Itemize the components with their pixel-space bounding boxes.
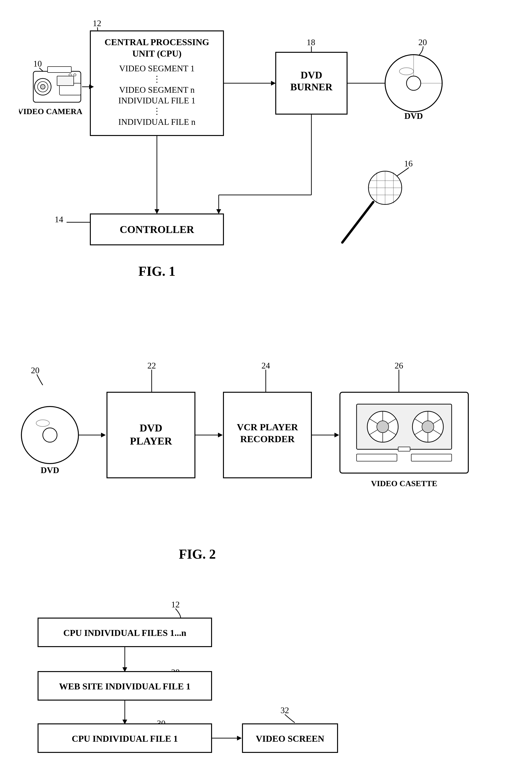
cpu-file-1-text: CPU INDIVIDUAL FILE 1 <box>72 734 178 744</box>
dvd-text-2: BURNER <box>290 82 332 93</box>
dvd-label-fig2: DVD <box>41 465 59 475</box>
cassette-reel-right-inner <box>422 421 434 433</box>
cpu-text-dot2: ⋮ <box>153 107 161 116</box>
cassette-label1 <box>356 454 397 461</box>
ref-14: 14 <box>55 215 63 224</box>
arrow-vcr-cassette <box>334 433 339 437</box>
cpu-text-5: INDIVIDUAL FILE 1 <box>118 96 196 105</box>
fig1-caption: FIG. 1 <box>138 264 176 279</box>
ref-32: 32 <box>280 706 289 715</box>
vcr-text2: RECORDER <box>240 433 295 444</box>
ref-10: 10 <box>33 59 42 68</box>
cassette-bump <box>398 447 410 451</box>
dvd-label-fig1: DVD <box>404 111 423 121</box>
cpu-text-3: VIDEO SEGMENT 1 <box>119 64 195 73</box>
page: 12 10 CENTRAL PROCESSING UNIT (CPU) VIDE… <box>0 0 532 765</box>
cpu-text-4: VIDEO SEGMENT n <box>119 85 195 95</box>
arrow-player-vcr <box>218 433 223 437</box>
cpu-text-6: INDIVIDUAL FILE n <box>118 117 196 127</box>
fig1-diagram: 12 10 CENTRAL PROCESSING UNIT (CPU) VIDE… <box>19 14 513 342</box>
fig3-diagram: 12 CPU INDIVIDUAL FILES 1...n 28 WEB SIT… <box>19 597 513 765</box>
fig2-diagram: 20 DVD 22 DVD PLAYER 24 VCR PLAYER RECOR… <box>19 345 513 594</box>
dvd-disc-inner <box>406 76 421 90</box>
dvd-player-text2: PLAYER <box>130 435 172 447</box>
fig2-caption: FIG. 2 <box>179 547 216 561</box>
mic-handle <box>342 202 373 243</box>
ref-18: 18 <box>307 38 315 47</box>
vcr-text1: VCR PLAYER <box>237 422 298 432</box>
arrow-cpu-dvd <box>271 81 276 86</box>
ref-24: 24 <box>262 361 270 371</box>
camera-tape <box>57 76 74 86</box>
video-screen-text: VIDEO SCREEN <box>256 734 324 744</box>
dvd-text-1: DVD <box>301 70 322 81</box>
cpu-text-dot1: ⋮ <box>153 74 161 84</box>
ref-12-fig3-line <box>176 609 181 618</box>
arrow-box3-screen <box>237 736 242 741</box>
dvd-player-text1: DVD <box>140 422 162 434</box>
ref-20-fig2-line <box>37 375 43 385</box>
ref-20-fig1: 20 <box>418 38 427 47</box>
ref-12-fig1: 12 <box>93 19 101 28</box>
cpu-files-text: CPU INDIVIDUAL FILES 1...n <box>63 628 186 638</box>
ref-22: 22 <box>147 361 156 371</box>
cpu-text-1: CENTRAL PROCESSING <box>105 37 209 47</box>
camera-btn2 <box>74 74 76 76</box>
ref-12-fig3: 12 <box>171 600 180 609</box>
ref-16-line <box>397 168 409 176</box>
video-camera-label: VIDEO CAMERA <box>19 107 83 116</box>
cassette-reel-left-inner <box>377 421 389 433</box>
ref-16: 16 <box>404 159 413 168</box>
arrow-corner <box>216 209 221 214</box>
dvd-player-box <box>107 392 195 478</box>
ref-26: 26 <box>395 361 403 371</box>
cpu-text-2: UNIT (CPU) <box>132 49 181 59</box>
camera-viewfinder <box>48 67 71 73</box>
camera-lens-center <box>40 84 45 89</box>
video-cassette-label: VIDEO CASETTE <box>371 479 437 488</box>
ref-32-line <box>285 714 295 723</box>
arrow-dvd-player <box>101 433 106 437</box>
dvd-disc-fig2-inner <box>43 428 57 442</box>
arrow-down-controller <box>155 209 159 214</box>
camera-btn1 <box>69 74 71 76</box>
ref-20-line <box>418 46 423 56</box>
cassette-label2 <box>411 454 452 461</box>
controller-text: CONTROLLER <box>120 224 195 235</box>
ref-20-fig2: 20 <box>31 366 39 375</box>
web-site-text: WEB SITE INDIVIDUAL FILE 1 <box>59 681 191 691</box>
